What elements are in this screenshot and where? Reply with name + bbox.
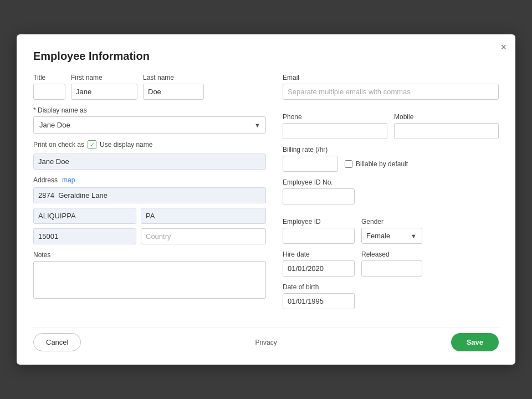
title-input[interactable] bbox=[33, 84, 65, 100]
zip-input[interactable] bbox=[33, 228, 136, 244]
map-link[interactable]: map bbox=[62, 176, 75, 184]
state-input[interactable] bbox=[141, 208, 266, 224]
emp-id-no-input[interactable] bbox=[283, 188, 355, 204]
dob-input[interactable] bbox=[283, 293, 355, 309]
released-label: Released bbox=[361, 250, 422, 258]
gender-label: Gender bbox=[361, 218, 422, 226]
phone-input[interactable] bbox=[283, 123, 387, 139]
cancel-button[interactable]: Cancel bbox=[33, 333, 81, 351]
print-check-label: Print on check as bbox=[33, 141, 84, 149]
hire-date-label: Hire date bbox=[283, 250, 355, 258]
checkmark-icon: ✓ bbox=[90, 141, 95, 149]
phone-label: Phone bbox=[283, 113, 387, 121]
dob-label: Date of birth bbox=[283, 283, 499, 291]
billable-checkbox[interactable] bbox=[345, 160, 352, 168]
released-input[interactable] bbox=[361, 260, 422, 277]
email-label: Email bbox=[283, 74, 499, 81]
modal-footer: Cancel Privacy Save bbox=[33, 327, 499, 351]
form-right-column: Email Phone Mobile Billing ra bbox=[283, 74, 499, 316]
emp-id-no-label: Employee ID No. bbox=[283, 178, 499, 186]
display-name-select[interactable]: Jane Doe Jane M. Doe Doe, Jane bbox=[33, 116, 266, 134]
hire-date-input[interactable] bbox=[283, 260, 355, 277]
print-name-input[interactable] bbox=[33, 154, 266, 170]
title-label: Title bbox=[33, 74, 65, 81]
firstname-input[interactable] bbox=[71, 84, 137, 100]
address-label: Address bbox=[33, 176, 58, 184]
save-button[interactable]: Save bbox=[451, 333, 499, 351]
notes-textarea[interactable] bbox=[33, 261, 266, 299]
print-on-check-row: Print on check as ✓ Use display name bbox=[33, 140, 266, 149]
use-display-name-label: Use display name bbox=[100, 141, 152, 149]
gender-select[interactable]: Female Male Other Decline to specify bbox=[361, 228, 422, 244]
lastname-label: Last name bbox=[143, 74, 204, 81]
mobile-label: Mobile bbox=[394, 113, 499, 121]
address-section-header: Address map bbox=[33, 176, 266, 184]
display-name-select-wrapper: Jane Doe Jane M. Doe Doe, Jane ▼ bbox=[33, 116, 266, 134]
billable-check-wrapper: Billable by default bbox=[345, 160, 408, 168]
country-input[interactable] bbox=[141, 228, 266, 244]
gender-select-wrapper: Female Male Other Decline to specify ▼ bbox=[361, 228, 422, 244]
display-name-label: * Display name as bbox=[33, 106, 266, 114]
emp-id-input[interactable] bbox=[283, 228, 355, 244]
city-input[interactable] bbox=[33, 208, 136, 224]
billable-label: Billable by default bbox=[356, 160, 408, 168]
firstname-label: First name bbox=[71, 74, 137, 81]
mobile-input[interactable] bbox=[394, 123, 499, 139]
form-left-column: Title First name Last name * Di bbox=[33, 74, 266, 316]
email-input[interactable] bbox=[283, 84, 499, 100]
modal-title: Employee Information bbox=[33, 50, 499, 63]
employee-info-modal: × Employee Information Title First name bbox=[17, 34, 515, 365]
street-input[interactable] bbox=[33, 187, 266, 203]
billing-input[interactable] bbox=[283, 156, 338, 172]
close-button[interactable]: × bbox=[500, 42, 507, 52]
use-display-name-checkbox[interactable]: ✓ bbox=[88, 140, 96, 149]
emp-id-label: Employee ID bbox=[283, 218, 355, 226]
billing-rate-label: Billing rate (/hr) bbox=[283, 146, 499, 154]
lastname-input[interactable] bbox=[143, 84, 204, 100]
privacy-link[interactable]: Privacy bbox=[255, 339, 277, 346]
notes-label: Notes bbox=[33, 251, 266, 259]
